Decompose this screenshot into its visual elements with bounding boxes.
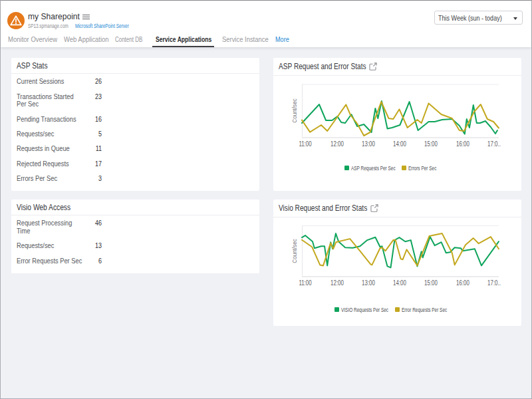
x-tick-label: 12:00 bbox=[331, 140, 344, 148]
tab-content-db[interactable]: Content DB bbox=[115, 33, 151, 47]
stat-label: Rejected Requests bbox=[17, 160, 86, 168]
x-tick-label: 17:0.. bbox=[487, 140, 501, 148]
card-title: Visio Web Access bbox=[17, 203, 70, 212]
stat-row: Rejected Requests17 bbox=[17, 156, 254, 171]
legend-swatch bbox=[334, 307, 339, 312]
card-visio-stats: Visio Web Access Request Processing Time… bbox=[11, 200, 259, 273]
card-header: Visio Web Access bbox=[11, 200, 259, 215]
tab-monitor-overview[interactable]: Monitor Overview bbox=[8, 33, 63, 47]
stat-rows: Current Sessions26Transactions Started P… bbox=[17, 74, 254, 186]
legend-item[interactable]: VISIO Requests Per Sec bbox=[334, 307, 388, 313]
legend-item[interactable]: ASP Requests Per Sec bbox=[344, 165, 396, 172]
x-tick-label: 15:00 bbox=[424, 279, 438, 287]
stat-label: Requests/sec bbox=[17, 242, 86, 250]
stat-row: Transactions Started Per Sec23 bbox=[17, 89, 254, 112]
x-tick-label: 13:00 bbox=[362, 140, 375, 148]
x-tick-label: 13:00 bbox=[362, 279, 375, 287]
card-visio-chart: Visio Request and Error Stats Count/sec1… bbox=[273, 200, 521, 326]
stat-value: 17 bbox=[79, 160, 102, 168]
stat-row: Requests/sec5 bbox=[17, 127, 254, 142]
stat-value: 13 bbox=[79, 242, 102, 250]
tab-more[interactable]: More bbox=[275, 33, 291, 47]
stat-label: Pending Transactions bbox=[17, 116, 86, 124]
stat-row: Error Requests Per Sec6 bbox=[17, 253, 254, 268]
card-title: ASP Stats bbox=[17, 61, 48, 70]
chevron-down-icon bbox=[513, 17, 517, 20]
stat-label: Transactions Started Per Sec bbox=[17, 93, 86, 108]
menu-icon[interactable] bbox=[82, 15, 90, 21]
chart-legend: VISIO Requests Per SecError Requests Per… bbox=[267, 307, 515, 313]
monitor-title: my Sharepoint bbox=[28, 11, 80, 21]
active-tab-underline bbox=[152, 46, 214, 47]
legend-label: VISIO Requests Per Sec bbox=[341, 307, 388, 313]
stat-label: Current Sessions bbox=[17, 78, 86, 86]
tab-bar: Monitor OverviewWeb ApplicationContent D… bbox=[1, 33, 531, 47]
y-axis-label: Count/sec bbox=[290, 96, 297, 125]
stat-value: 11 bbox=[79, 145, 102, 153]
stat-row: Requests in Queue11 bbox=[17, 142, 254, 156]
stat-value: 16 bbox=[79, 116, 102, 124]
card-header: ASP Stats bbox=[11, 58, 259, 74]
legend-item[interactable]: Errors Per Sec bbox=[402, 165, 436, 172]
tab-web-application[interactable]: Web Application bbox=[64, 33, 114, 47]
legend-label: Error Requests Per Sec bbox=[402, 307, 447, 313]
x-tick-label: 17:0.. bbox=[487, 279, 501, 287]
time-range-value: This Week (sun - today) bbox=[438, 14, 502, 22]
chart-legend: ASP Requests Per SecErrors Per Sec bbox=[267, 165, 515, 172]
card-asp-chart: ASP Request and Error Stats Count/sec11:… bbox=[273, 58, 521, 191]
legend-swatch bbox=[344, 166, 349, 170]
stat-rows: Request Processing Time46Requests/sec13E… bbox=[17, 216, 254, 269]
stat-row: Pending Transactions16 bbox=[17, 112, 254, 126]
monitor-type-link[interactable]: Microsoft SharePoint Server bbox=[75, 22, 129, 29]
monitor-host: SP13.spmanage.com bbox=[28, 22, 68, 29]
x-tick-label: 14:00 bbox=[393, 279, 406, 287]
stat-row: Request Processing Time46 bbox=[17, 216, 254, 239]
x-tick-label: 11:00 bbox=[299, 279, 312, 287]
legend-label: Errors Per Sec bbox=[408, 165, 436, 172]
monitor-status-badge bbox=[7, 12, 25, 29]
series-visio-requests-per-sec bbox=[302, 233, 499, 267]
tab-service-applications[interactable]: Service Applications bbox=[156, 33, 224, 47]
stat-value: 5 bbox=[79, 130, 102, 138]
stat-row: Requests/sec13 bbox=[17, 239, 254, 253]
x-tick-label: 16:00 bbox=[456, 279, 469, 287]
tab-service-instance[interactable]: Service Instance bbox=[222, 33, 274, 47]
x-tick-label: 15:00 bbox=[424, 140, 438, 148]
page: my Sharepoint SP13.spmanage.com Microsof… bbox=[0, 0, 532, 399]
y-axis-label: Count/sec bbox=[290, 237, 297, 265]
stat-value: 26 bbox=[79, 78, 102, 86]
legend-swatch bbox=[395, 307, 400, 312]
stat-label: Errors Per Sec bbox=[17, 175, 86, 183]
series-asp-requests-per-sec bbox=[302, 101, 497, 134]
stat-label: Request Processing Time bbox=[17, 219, 86, 235]
header: my Sharepoint SP13.spmanage.com Microsof… bbox=[1, 1, 531, 47]
legend-label: ASP Requests Per Sec bbox=[351, 165, 396, 172]
stat-value: 6 bbox=[79, 257, 102, 265]
stat-row: Errors Per Sec3 bbox=[17, 172, 254, 186]
stat-value: 46 bbox=[79, 219, 102, 227]
stat-row: Current Sessions26 bbox=[17, 74, 254, 89]
stat-value: 3 bbox=[79, 175, 102, 183]
time-range-dropdown[interactable]: This Week (sun - today) bbox=[434, 11, 523, 25]
stat-value: 23 bbox=[79, 93, 102, 101]
x-tick-label: 12:00 bbox=[331, 279, 344, 287]
x-tick-label: 14:00 bbox=[393, 140, 406, 148]
stat-label: Requests/sec bbox=[17, 130, 86, 138]
stat-label: Requests in Queue bbox=[17, 145, 86, 153]
series-errors-per-sec bbox=[302, 102, 499, 136]
stat-label: Error Requests Per Sec bbox=[17, 257, 86, 265]
legend-item[interactable]: Error Requests Per Sec bbox=[395, 307, 447, 313]
x-tick-label: 11:00 bbox=[299, 140, 312, 148]
legend-swatch bbox=[402, 166, 406, 170]
card-asp-stats: ASP Stats Current Sessions26Transactions… bbox=[11, 58, 259, 191]
x-tick-label: 16:00 bbox=[456, 140, 469, 148]
warning-triangle-icon bbox=[7, 12, 25, 29]
